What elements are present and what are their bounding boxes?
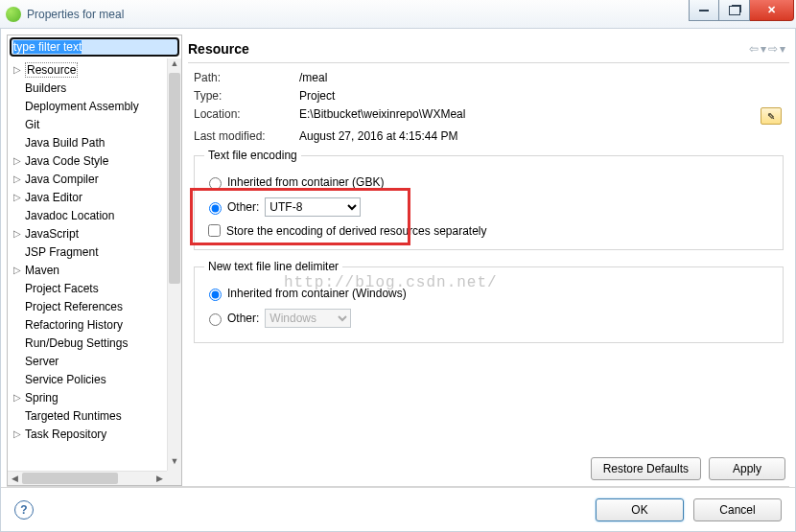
tree-item-label: JSP Fragment [25,245,98,259]
expand-icon[interactable]: ▷ [13,265,23,275]
store-derived-label: Store the encoding of derived resources … [226,224,487,238]
tree-item-builders[interactable]: Builders [8,79,167,97]
nav-arrows: ⇦ ▾ ⇨ ▾ [749,42,789,56]
tree-item-service-policies[interactable]: Service Policies [8,370,167,388]
encoding-other-radio[interactable] [209,202,222,215]
category-tree[interactable]: ▷ResourceBuildersDeployment AssemblyGitJ… [8,58,167,471]
close-button[interactable] [750,0,794,21]
category-pane: ▷ResourceBuildersDeployment AssemblyGitJ… [7,35,182,486]
minimize-button[interactable] [689,0,719,21]
tree-item-git[interactable]: Git [8,115,167,133]
title-bar: Properties for meal [0,0,796,29]
tree-item-label: Java Editor [25,191,82,204]
tree-item-label: JavaScript [25,227,79,241]
edit-location-button[interactable]: ✎ [761,107,782,125]
ok-button[interactable]: OK [596,498,684,521]
encoding-legend: Text file encoding [204,149,301,162]
forward-icon[interactable]: ⇨ [768,42,778,56]
tree-item-java-build-path[interactable]: Java Build Path [8,133,167,151]
location-value: E:\Bitbucket\weixinrepo\WXMeal [299,107,761,125]
scroll-left-icon[interactable]: ◀ [8,472,22,485]
expand-icon[interactable]: ▷ [13,392,23,403]
tree-item-label: Javadoc Location [25,209,114,222]
tree-item-project-references[interactable]: Project References [8,297,167,315]
tree-item-run-debug-settings[interactable]: Run/Debug Settings [8,334,167,352]
tree-item-server[interactable]: Server [8,352,167,370]
store-derived-checkbox[interactable] [208,224,221,237]
expand-icon[interactable]: ▷ [13,192,23,202]
tree-item-java-editor[interactable]: ▷Java Editor [8,188,167,206]
tree-item-targeted-runtimes[interactable]: Targeted Runtimes [8,406,167,425]
scroll-down-icon[interactable]: ▼ [168,456,181,471]
delimiter-inherited-radio[interactable] [209,289,222,301]
tree-item-label: Server [25,355,59,368]
tree-item-label: Resource [25,62,78,78]
content-area: Path: /meal Type: Project Location: E:\B… [188,63,789,451]
delimiter-group: New text file line delimiter Inherited f… [194,260,784,343]
expand-icon[interactable]: ▷ [13,64,23,75]
filter-input[interactable] [10,37,179,57]
vertical-scrollbar[interactable]: ▲ ▼ [167,58,181,471]
client-area: ▷ResourceBuildersDeployment AssemblyGitJ… [0,29,796,532]
tree-item-label: Spring [25,391,59,405]
apply-button[interactable]: Apply [709,457,785,480]
expand-icon[interactable]: ▷ [13,428,23,439]
scroll-right-icon[interactable]: ▶ [152,472,167,485]
hscroll-thumb[interactable] [22,473,118,484]
tree-item-label: Run/Debug Settings [25,336,128,350]
scroll-corner [167,471,181,485]
encoding-group: Text file encoding Inherited from contai… [194,149,784,250]
delimiter-other-label: Other: [227,312,259,325]
tree-item-resource[interactable]: ▷Resource [8,60,167,79]
restore-defaults-button[interactable]: Restore Defaults [591,457,701,480]
delimiter-select[interactable]: Windows [265,309,351,328]
path-label: Path: [194,71,299,84]
help-icon[interactable]: ? [14,500,34,520]
scroll-up-icon[interactable]: ▲ [168,58,181,73]
expand-icon[interactable]: ▷ [13,155,23,166]
tree-item-label: Java Code Style [25,154,108,168]
expand-icon[interactable]: ▷ [13,228,23,239]
horizontal-scrollbar[interactable]: ◀ ▶ [8,471,167,485]
tree-item-label: Targeted Runtimes [25,409,122,423]
location-label: Location: [194,107,299,125]
forward-menu-icon[interactable]: ▾ [780,42,785,56]
tree-item-deployment-assembly[interactable]: Deployment Assembly [8,97,167,115]
modified-value: August 27, 2016 at 4:15:44 PM [299,129,784,143]
vscroll-thumb[interactable] [169,73,180,284]
tree-item-label: Deployment Assembly [25,100,139,113]
tree-item-label: Git [25,118,39,131]
tree-item-label: Java Compiler [25,173,99,186]
main-area: ▷ResourceBuildersDeployment AssemblyGitJ… [7,35,789,487]
encoding-select[interactable]: UTF-8 [265,197,361,217]
back-icon[interactable]: ⇦ [749,42,759,56]
encoding-inherited-radio[interactable] [209,177,222,190]
tree-item-jsp-fragment[interactable]: JSP Fragment [8,243,167,261]
delimiter-other-radio[interactable] [209,313,222,326]
tree-item-javascript[interactable]: ▷JavaScript [8,224,167,243]
tree-item-java-code-style[interactable]: ▷Java Code Style [8,151,167,170]
tree-wrap: ▷ResourceBuildersDeployment AssemblyGitJ… [8,58,181,485]
maximize-button[interactable] [719,0,750,21]
tree-item-label: Builders [25,81,66,95]
tree-item-refactoring-history[interactable]: Refactoring History [8,315,167,334]
cancel-button[interactable]: Cancel [693,498,782,521]
tree-item-label: Maven [25,264,59,277]
expand-icon[interactable]: ▷ [13,173,23,184]
tree-item-project-facets[interactable]: Project Facets [8,279,167,297]
window-title: Properties for meal [27,8,790,21]
tree-item-java-compiler[interactable]: ▷Java Compiler [8,170,167,188]
tree-item-task-repository[interactable]: ▷Task Repository [8,425,167,443]
filter-container [10,37,179,57]
encoding-other-label: Other: [227,200,259,214]
window-controls [689,0,794,21]
tree-item-label: Refactoring History [25,318,123,332]
path-value: /meal [299,71,784,84]
tree-item-javadoc-location[interactable]: Javadoc Location [8,206,167,224]
tree-item-maven[interactable]: ▷Maven [8,261,167,279]
back-menu-icon[interactable]: ▾ [761,42,766,56]
tree-item-spring[interactable]: ▷Spring [8,388,167,406]
tree-item-label: Project Facets [25,282,99,295]
type-value: Project [299,89,784,103]
tree-item-label: Task Repository [25,428,106,441]
